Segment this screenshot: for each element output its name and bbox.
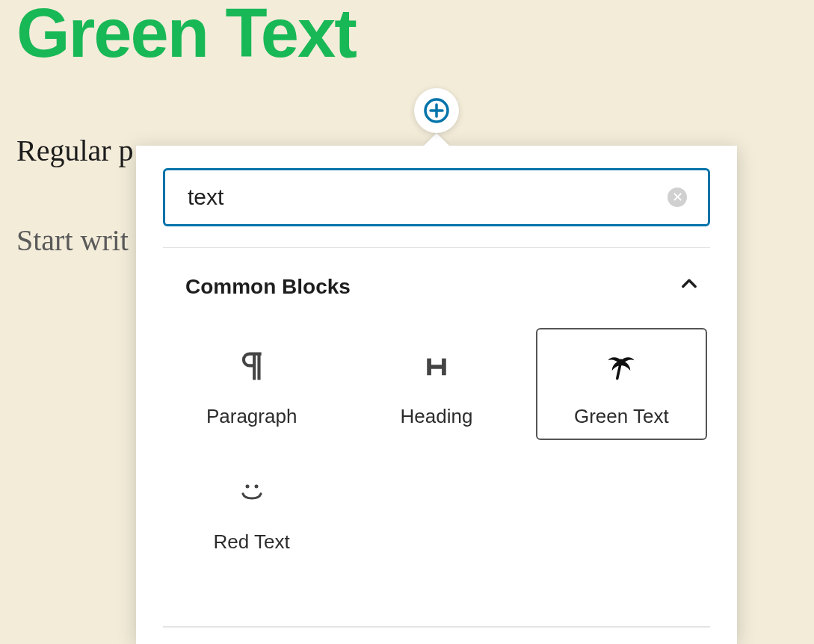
block-label: Heading — [401, 405, 473, 428]
close-icon: ✕ — [672, 191, 683, 204]
pilcrow-icon — [238, 345, 266, 388]
palm-icon — [605, 345, 637, 388]
editor-paragraph-placeholder[interactable]: Start writ — [16, 223, 129, 258]
smile-icon — [237, 471, 267, 514]
block-search-input[interactable] — [186, 184, 667, 211]
page-title: Green Text — [16, 0, 356, 72]
block-search-field[interactable]: ✕ — [163, 168, 710, 226]
block-item-heading[interactable]: Heading — [351, 328, 522, 440]
block-label: Green Text — [574, 405, 669, 428]
block-inserter-popover: ✕ Common Blocks Paragraph Heading — [136, 146, 737, 644]
block-label: Red Text — [214, 530, 290, 554]
clear-search-button[interactable]: ✕ — [667, 188, 687, 207]
block-item-red-text[interactable]: Red Text — [166, 453, 337, 566]
svg-point-4 — [254, 484, 258, 488]
svg-point-3 — [245, 484, 249, 488]
blocks-grid: Paragraph Heading Green Text — [163, 313, 710, 566]
plus-circle-icon — [423, 97, 450, 124]
block-label: Paragraph — [206, 405, 297, 428]
editor-paragraph-1[interactable]: Regular p — [16, 133, 134, 168]
block-item-green-text[interactable]: Green Text — [536, 328, 707, 440]
divider — [163, 626, 710, 628]
block-item-paragraph[interactable]: Paragraph — [166, 328, 337, 440]
add-block-button[interactable] — [414, 88, 459, 133]
chevron-up-icon — [679, 273, 700, 300]
section-header-common-blocks[interactable]: Common Blocks — [163, 248, 710, 313]
section-title: Common Blocks — [185, 275, 351, 299]
heading-icon — [424, 345, 449, 388]
